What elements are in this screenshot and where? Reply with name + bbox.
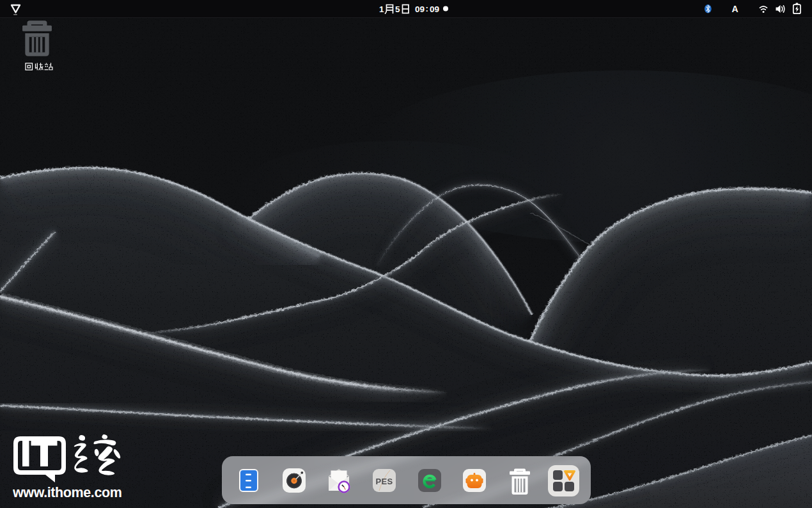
svg-text:1: 1 (379, 4, 384, 14)
svg-text:09: 09 (415, 4, 425, 14)
svg-text:09: 09 (430, 4, 439, 14)
svg-text:www.ithome.com: www.ithome.com (13, 485, 121, 500)
svg-text:5: 5 (395, 4, 400, 14)
svg-text:A: A (732, 4, 738, 14)
svg-text::: : (426, 4, 429, 13)
svg-text:PES: PES (376, 477, 393, 486)
